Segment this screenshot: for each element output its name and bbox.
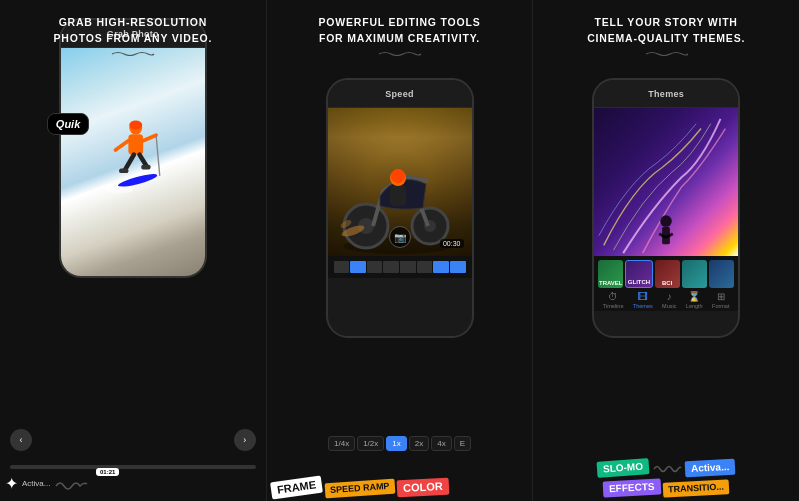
speed-btn-4x[interactable]: 4x: [431, 436, 451, 451]
svg-rect-9: [141, 165, 150, 170]
theme-thumb-4[interactable]: [682, 260, 707, 288]
svg-rect-2: [128, 134, 143, 154]
speed-btn-05[interactable]: 1/2x: [357, 436, 384, 451]
time-badge: 00:30: [440, 239, 464, 248]
stickers-bottom-row-3: SLO-MO Activa...: [597, 460, 735, 476]
nav-timeline[interactable]: ⏱ Timeline: [603, 291, 624, 309]
panel-bottom-3: SLO-MO Activa... EFFECTS TRANSITIO...: [533, 411, 799, 501]
svg-point-19: [391, 169, 405, 183]
squiggle-1: [110, 51, 155, 56]
phone-content-1: [61, 48, 205, 276]
sticker-color: COLOR: [397, 478, 450, 498]
seg-3: [367, 261, 383, 273]
panel-title-3-wrap: TELL YOUR STORY WITHCINEMA-QUALITY THEME…: [533, 15, 799, 68]
panel-speed: POWERFUL EDITING TOOLSFOR MAXIMUM CREATI…: [267, 0, 534, 501]
phone-header-3: Themes: [594, 80, 738, 108]
panel-bottom-2: 1/4x 1/2x 1x 2x 4x E FRAME SPEED RAMP CO…: [267, 411, 533, 501]
moto-bg: 📷 00:30: [328, 108, 472, 256]
seg-7: [433, 261, 449, 273]
speed-timeline: [334, 261, 466, 273]
svg-line-5: [156, 135, 160, 176]
phone-2: Speed: [326, 78, 474, 338]
seg-4: [383, 261, 399, 273]
panel-themes: TELL YOUR STORY WITHCINEMA-QUALITY THEME…: [533, 0, 799, 501]
theme-thumb-3[interactable]: BCI: [655, 260, 680, 288]
seg-5: [400, 261, 416, 273]
speed-controls: [328, 256, 472, 278]
seg-1: [334, 261, 350, 273]
quik-badge: Quik: [47, 113, 89, 135]
stickers-bottom-row-3b: EFFECTS TRANSITIO...: [603, 480, 730, 496]
activated-text-1: Activa...: [22, 479, 50, 488]
svg-line-4: [143, 135, 156, 141]
snowboarder-bg: [61, 48, 205, 276]
svg-point-11: [105, 186, 133, 193]
themes-bottom: TRAVEL GLITCH BCI: [594, 256, 738, 311]
right-arrow-1[interactable]: ›: [234, 429, 256, 451]
nav-length[interactable]: ⌛ Length: [686, 291, 703, 309]
arrow-row-1: ‹ ›: [0, 429, 266, 451]
svg-line-3: [115, 141, 128, 150]
panel-title-3: TELL YOUR STORY WITHCINEMA-QUALITY THEME…: [533, 15, 799, 47]
svg-line-6: [125, 155, 134, 171]
star-icon-1: ✦: [5, 474, 18, 493]
sticker-frame: FRAME: [270, 476, 323, 500]
theme-thumb-2[interactable]: GLITCH: [625, 260, 652, 288]
phone-wrapper-3-outer: Themes: [592, 78, 740, 338]
wave-squiggle: [652, 461, 682, 475]
sticker-transitions: TRANSITIO...: [663, 479, 730, 497]
activated-row-1: ✦ Activa...: [5, 474, 261, 493]
phone-3: Themes: [592, 78, 740, 338]
phone-content-3: TRAVEL GLITCH BCI: [594, 108, 738, 336]
phone-content-2: 📷 00:30: [328, 108, 472, 336]
phone-wrapper-2-outer: Speed: [326, 78, 474, 338]
theme-thumb-5[interactable]: [709, 260, 734, 288]
squiggle-bottom-1: [54, 478, 89, 490]
squiggle-3: [644, 51, 689, 56]
speed-btn-025[interactable]: 1/4x: [328, 436, 355, 451]
sticker-speed-ramp: SPEED RAMP: [324, 479, 394, 499]
sticker-slomo: SLO-MO: [597, 458, 650, 478]
theme-thumb-1[interactable]: TRAVEL: [598, 260, 623, 288]
themes-nav: ⏱ Timeline 🎞 Themes ♪ Music: [598, 291, 734, 309]
themes-thumbnails: TRAVEL GLITCH BCI: [598, 260, 734, 288]
speed-buttons-row: 1/4x 1/2x 1x 2x 4x E: [272, 436, 528, 451]
timeline-row-1: 01:21: [10, 465, 256, 469]
themes-bg: [594, 108, 738, 256]
panel-title-2: POWERFUL EDITING TOOLSFOR MAXIMUM CREATI…: [267, 15, 533, 47]
panel-bottom-1: ‹ › 01:21 ✦ Activa...: [0, 411, 266, 501]
panel-title-2-wrap: POWERFUL EDITING TOOLSFOR MAXIMUM CREATI…: [267, 15, 533, 68]
nav-music[interactable]: ♪ Music: [662, 291, 676, 309]
svg-rect-8: [119, 168, 128, 173]
panel-title-1: GRAB HIGH-RESOLUTIONPHOTOS FROM ANY VIDE…: [0, 15, 266, 68]
left-arrow-1[interactable]: ‹: [10, 429, 32, 451]
speed-btn-e[interactable]: E: [454, 436, 471, 451]
seg-8: [450, 261, 466, 273]
svg-point-1: [129, 120, 142, 129]
seg-6: [417, 261, 433, 273]
camera-btn[interactable]: 📷: [389, 226, 411, 248]
speed-btn-2x[interactable]: 2x: [409, 436, 429, 451]
nav-format[interactable]: ⊞ Format: [712, 291, 729, 309]
svg-point-22: [660, 215, 672, 227]
sticker-effects: EFFECTS: [603, 479, 661, 498]
svg-rect-18: [390, 186, 406, 206]
nav-themes[interactable]: 🎞 Themes: [633, 291, 653, 309]
sticker-activated-3: Activa...: [685, 459, 736, 478]
snowboarder-figure: [98, 102, 168, 222]
main-container: Quik Grab Photo: [0, 0, 799, 501]
light-trails-svg: [594, 108, 738, 256]
stickers-row-2: FRAME SPEED RAMP COLOR: [267, 479, 533, 496]
panel-grab-photo: Quik Grab Photo: [0, 0, 267, 501]
seg-2: [350, 261, 366, 273]
squiggle-2: [377, 51, 422, 56]
speed-btn-1x[interactable]: 1x: [386, 436, 406, 451]
phone-header-2: Speed: [328, 80, 472, 108]
light-trails: [594, 108, 738, 256]
